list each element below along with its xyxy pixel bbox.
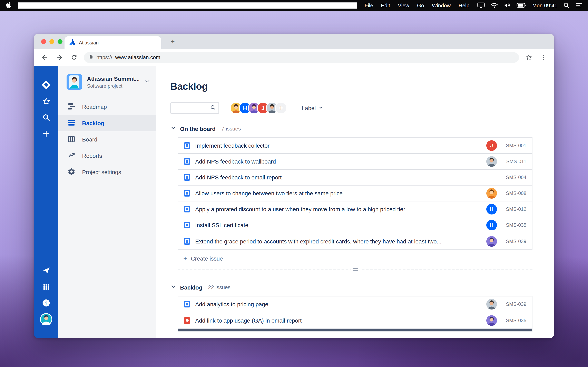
issue-row[interactable]: Implement feedback collector J SMS-001 [178,138,532,154]
avatar-face [486,315,497,325]
issue-row[interactable]: Add link to app usage (GA) in email repo… [178,312,532,328]
sprint-divider [178,269,532,270]
section-count-suffix: issues [226,125,241,132]
label-filter-dropdown[interactable]: Label [302,105,324,111]
project-name: Atlassian Summit... [87,75,139,82]
project-switcher[interactable]: Atlassian Summit... Software project [58,74,156,90]
macos-menubar: Chrome File Edit View Go Window Help Mon… [0,0,588,11]
screen-mirroring-icon[interactable] [477,2,484,8]
issue-type-icon [184,174,190,181]
menubar-help[interactable]: Help [458,2,470,8]
browser-window: Atlassian + https:// www.atlassian.com [34,34,554,338]
profile-avatar[interactable] [34,311,58,327]
issue-row[interactable]: Add NPS feedback to email report SMS-004 [178,170,532,185]
sidebar-item-project-settings[interactable]: Project settings [58,164,156,180]
bookmark-star-icon[interactable] [524,52,534,62]
menubar-go[interactable]: Go [417,2,424,8]
issue-title: Install SSL certificate [195,222,481,228]
favorites-star-icon[interactable] [34,93,58,109]
avatar-face [486,299,497,309]
help-icon[interactable]: ? [34,295,58,311]
apple-menu-icon[interactable] [6,1,11,9]
reports-icon [67,151,76,160]
issue-row[interactable]: Apply a prorated discount to a user when… [178,201,532,217]
issue-row[interactable]: Install SSL certificate H SMS-035 [178,217,532,233]
reload-button[interactable] [69,52,79,62]
wifi-icon[interactable] [491,3,498,8]
issue-title: Add NPS feedback to email report [195,174,481,181]
menubar-window[interactable]: Window [432,2,451,8]
issue-type-icon [184,206,190,212]
assignee-avatar [486,299,497,309]
create-rail-icon[interactable] [34,125,58,142]
issue-key: SMS-012 [502,206,526,212]
battery-icon[interactable] [516,3,526,8]
page-title: Backlog [170,81,554,92]
sidebar-item-label: Backlog [82,120,104,126]
project-chevron-down-icon [144,78,151,86]
assignee-avatar [486,315,497,325]
issue-row[interactable]: Add analytics to pricing page SMS-039 [178,296,532,312]
search-input[interactable] [174,105,210,111]
menubar-clock[interactable]: Mon 09:41 [532,2,557,8]
plus-icon: + [183,255,187,262]
assignee-avatar [486,172,497,183]
search-box[interactable] [170,102,219,114]
sidebar-item-roadmap[interactable]: Roadmap [58,99,156,115]
sidebar-item-reports[interactable]: Reports [58,148,156,164]
section-chevron-icon [170,125,176,133]
board-icon [67,135,76,144]
issue-key: SMS-035 [502,222,526,228]
issue-key: SMS-001 [502,143,526,149]
app-switcher-grid-icon[interactable] [34,278,58,295]
minimize-window-button[interactable] [49,39,54,44]
menubar-edit[interactable]: Edit [381,2,390,8]
control-center-icon[interactable] [576,3,582,8]
url-host: www.atlassian.com [115,54,160,60]
assignee-avatar: H [486,220,497,230]
browser-tab-atlassian[interactable]: Atlassian [65,36,161,49]
backlog-icon [67,118,76,128]
jira-app: ? Atlassian Summit... Software project [34,66,554,338]
issue-title: Add analytics to pricing page [195,301,481,308]
close-window-button[interactable] [41,39,46,44]
jira-logo-icon[interactable] [34,77,58,93]
volume-icon[interactable] [504,2,510,8]
section-header-backlog[interactable]: Backlog 22 issues [170,284,554,291]
new-tab-button[interactable]: + [169,38,177,46]
settings-gear-icon [67,167,76,177]
menubar-file[interactable]: File [365,2,373,8]
issue-title: Allow users to change between two tiers … [195,190,481,197]
issue-title: Add link to app usage (GA) in email repo… [195,317,481,324]
avatar-face [486,156,497,167]
issue-type-icon [184,142,190,149]
sidebar-item-backlog[interactable]: Backlog [58,115,156,131]
create-issue-button[interactable]: + Create issue [183,255,554,262]
issue-title: Implement feedback collector [195,142,481,149]
issue-row[interactable]: Allow users to change between two tiers … [178,185,532,201]
issue-key: SMS-039 [502,301,526,307]
section-name: On the board [180,125,216,132]
atlassian-favicon [69,39,76,46]
issue-list-backlog: Add analytics to pricing page SMS-039 Ad… [178,296,532,329]
issue-title: Add NPS feedback to wallboard [195,158,481,165]
spotlight-search-icon[interactable] [563,2,570,8]
address-bar[interactable]: https:// www.atlassian.com [84,52,519,63]
divider-drag-handle[interactable] [350,267,360,272]
section-header-on-the-board[interactable]: On the board 7 issues [170,125,554,133]
issue-type-icon [184,222,190,228]
browser-menu-icon[interactable] [539,52,548,62]
add-person-button[interactable]: + [275,102,287,114]
menubar-app-name[interactable]: Chrome [18,2,357,8]
search-rail-icon[interactable] [34,109,58,125]
sidebar-item-board[interactable]: Board [58,131,156,148]
menubar-view[interactable]: View [398,2,409,8]
zoom-window-button[interactable] [58,39,62,44]
issue-row[interactable]: Add NPS feedback to wallboard SMS-011 [178,154,532,170]
issue-row[interactable]: Extend the grace period to accounts with… [178,233,532,249]
search-icon [210,104,216,112]
back-button[interactable] [40,52,49,62]
issue-list-on-the-board: Implement feedback collector J SMS-001 A… [178,137,532,250]
releases-ship-icon[interactable] [34,262,58,278]
forward-button[interactable] [54,52,64,62]
